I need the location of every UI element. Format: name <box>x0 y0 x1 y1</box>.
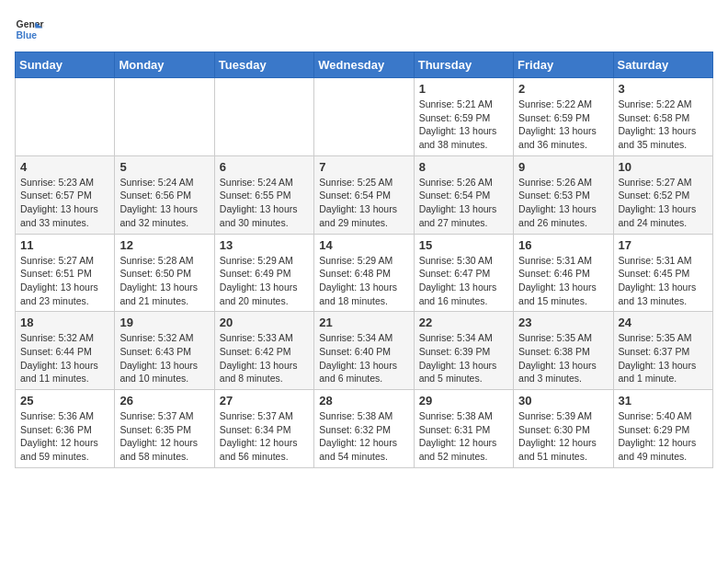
cell-content: Sunrise: 5:27 AM Sunset: 6:51 PM Dayligh… <box>20 254 109 308</box>
calendar-cell: 1Sunrise: 5:21 AM Sunset: 6:59 PM Daylig… <box>414 78 513 156</box>
calendar-cell: 3Sunrise: 5:22 AM Sunset: 6:58 PM Daylig… <box>613 78 712 156</box>
calendar-cell: 28Sunrise: 5:38 AM Sunset: 6:32 PM Dayli… <box>314 390 414 468</box>
cell-content: Sunrise: 5:24 AM Sunset: 6:56 PM Dayligh… <box>119 176 209 230</box>
cell-content: Sunrise: 5:33 AM Sunset: 6:42 PM Dayligh… <box>220 331 309 385</box>
cell-content: Sunrise: 5:36 AM Sunset: 6:36 PM Dayligh… <box>20 409 109 464</box>
svg-text:General: General <box>17 19 44 29</box>
day-number: 26 <box>119 394 209 408</box>
cell-content: Sunrise: 5:40 AM Sunset: 6:29 PM Dayligh… <box>619 409 708 464</box>
calendar-cell: 5Sunrise: 5:24 AM Sunset: 6:56 PM Daylig… <box>115 155 214 234</box>
calendar-cell: 12Sunrise: 5:28 AM Sunset: 6:50 PM Dayli… <box>115 234 214 312</box>
cell-content: Sunrise: 5:31 AM Sunset: 6:46 PM Dayligh… <box>518 254 608 308</box>
logo: General Blue <box>15 15 44 44</box>
calendar-cell: 21Sunrise: 5:34 AM Sunset: 6:40 PM Dayli… <box>314 312 414 390</box>
weekday-header-row: SundayMondayTuesdayWednesdayThursdayFrid… <box>16 52 713 78</box>
day-number: 15 <box>419 238 508 252</box>
calendar-cell: 27Sunrise: 5:37 AM Sunset: 6:34 PM Dayli… <box>214 390 313 468</box>
cell-content: Sunrise: 5:21 AM Sunset: 6:59 PM Dayligh… <box>419 98 508 152</box>
weekday-header-thursday: Thursday <box>414 52 513 78</box>
page-header: General Blue <box>15 15 713 44</box>
weekday-header-wednesday: Wednesday <box>314 52 414 78</box>
calendar-cell <box>115 78 214 156</box>
day-number: 7 <box>319 160 408 174</box>
week-row: 25Sunrise: 5:36 AM Sunset: 6:36 PM Dayli… <box>16 390 713 468</box>
day-number: 1 <box>419 82 508 96</box>
cell-content: Sunrise: 5:32 AM Sunset: 6:44 PM Dayligh… <box>20 331 109 385</box>
cell-content: Sunrise: 5:32 AM Sunset: 6:43 PM Dayligh… <box>119 331 209 385</box>
day-number: 25 <box>20 394 109 408</box>
day-number: 27 <box>220 394 309 408</box>
day-number: 3 <box>619 82 708 96</box>
cell-content: Sunrise: 5:38 AM Sunset: 6:32 PM Dayligh… <box>319 409 408 464</box>
calendar-cell: 9Sunrise: 5:26 AM Sunset: 6:53 PM Daylig… <box>514 155 613 234</box>
weekday-header-tuesday: Tuesday <box>214 52 313 78</box>
calendar-cell: 24Sunrise: 5:35 AM Sunset: 6:37 PM Dayli… <box>613 312 712 390</box>
calendar-cell: 26Sunrise: 5:37 AM Sunset: 6:35 PM Dayli… <box>115 390 214 468</box>
calendar-cell: 8Sunrise: 5:26 AM Sunset: 6:54 PM Daylig… <box>414 155 513 234</box>
calendar-cell: 4Sunrise: 5:23 AM Sunset: 6:57 PM Daylig… <box>16 155 115 234</box>
calendar-cell: 11Sunrise: 5:27 AM Sunset: 6:51 PM Dayli… <box>16 234 115 312</box>
cell-content: Sunrise: 5:34 AM Sunset: 6:39 PM Dayligh… <box>419 331 508 385</box>
calendar-cell: 22Sunrise: 5:34 AM Sunset: 6:39 PM Dayli… <box>414 312 513 390</box>
day-number: 31 <box>619 394 708 408</box>
cell-content: Sunrise: 5:22 AM Sunset: 6:58 PM Dayligh… <box>619 98 708 152</box>
calendar-cell: 17Sunrise: 5:31 AM Sunset: 6:45 PM Dayli… <box>613 234 712 312</box>
day-number: 12 <box>119 238 209 252</box>
cell-content: Sunrise: 5:35 AM Sunset: 6:38 PM Dayligh… <box>518 331 608 385</box>
logo-icon: General Blue <box>15 15 44 44</box>
calendar-cell: 13Sunrise: 5:29 AM Sunset: 6:49 PM Dayli… <box>214 234 313 312</box>
day-number: 13 <box>220 238 309 252</box>
calendar-cell: 20Sunrise: 5:33 AM Sunset: 6:42 PM Dayli… <box>214 312 313 390</box>
calendar-cell: 7Sunrise: 5:25 AM Sunset: 6:54 PM Daylig… <box>314 155 414 234</box>
day-number: 8 <box>419 160 508 174</box>
cell-content: Sunrise: 5:28 AM Sunset: 6:50 PM Dayligh… <box>119 254 209 308</box>
day-number: 5 <box>119 160 209 174</box>
week-row: 18Sunrise: 5:32 AM Sunset: 6:44 PM Dayli… <box>16 312 713 390</box>
day-number: 2 <box>518 82 608 96</box>
calendar-cell: 2Sunrise: 5:22 AM Sunset: 6:59 PM Daylig… <box>514 78 613 156</box>
cell-content: Sunrise: 5:30 AM Sunset: 6:47 PM Dayligh… <box>419 254 508 308</box>
cell-content: Sunrise: 5:29 AM Sunset: 6:48 PM Dayligh… <box>319 254 408 308</box>
calendar-cell: 10Sunrise: 5:27 AM Sunset: 6:52 PM Dayli… <box>613 155 712 234</box>
calendar-cell: 18Sunrise: 5:32 AM Sunset: 6:44 PM Dayli… <box>16 312 115 390</box>
day-number: 28 <box>319 394 408 408</box>
day-number: 23 <box>518 316 608 329</box>
calendar-cell: 15Sunrise: 5:30 AM Sunset: 6:47 PM Dayli… <box>414 234 513 312</box>
cell-content: Sunrise: 5:35 AM Sunset: 6:37 PM Dayligh… <box>619 331 708 385</box>
cell-content: Sunrise: 5:37 AM Sunset: 6:35 PM Dayligh… <box>119 409 209 464</box>
cell-content: Sunrise: 5:27 AM Sunset: 6:52 PM Dayligh… <box>619 176 708 230</box>
calendar-cell: 14Sunrise: 5:29 AM Sunset: 6:48 PM Dayli… <box>314 234 414 312</box>
day-number: 19 <box>119 316 209 329</box>
day-number: 29 <box>419 394 508 408</box>
weekday-header-monday: Monday <box>115 52 214 78</box>
day-number: 14 <box>319 238 408 252</box>
day-number: 24 <box>619 316 708 329</box>
day-number: 30 <box>518 394 608 408</box>
cell-content: Sunrise: 5:37 AM Sunset: 6:34 PM Dayligh… <box>220 409 309 464</box>
cell-content: Sunrise: 5:25 AM Sunset: 6:54 PM Dayligh… <box>319 176 408 230</box>
weekday-header-sunday: Sunday <box>16 52 115 78</box>
calendar-cell: 19Sunrise: 5:32 AM Sunset: 6:43 PM Dayli… <box>115 312 214 390</box>
day-number: 22 <box>419 316 508 329</box>
cell-content: Sunrise: 5:24 AM Sunset: 6:55 PM Dayligh… <box>220 176 309 230</box>
day-number: 18 <box>20 316 109 329</box>
day-number: 21 <box>319 316 408 329</box>
cell-content: Sunrise: 5:31 AM Sunset: 6:45 PM Dayligh… <box>619 254 708 308</box>
week-row: 11Sunrise: 5:27 AM Sunset: 6:51 PM Dayli… <box>16 234 713 312</box>
cell-content: Sunrise: 5:38 AM Sunset: 6:31 PM Dayligh… <box>419 409 508 464</box>
svg-text:Blue: Blue <box>17 30 38 40</box>
day-number: 11 <box>20 238 109 252</box>
day-number: 6 <box>220 160 309 174</box>
week-row: 1Sunrise: 5:21 AM Sunset: 6:59 PM Daylig… <box>16 78 713 156</box>
calendar-cell: 25Sunrise: 5:36 AM Sunset: 6:36 PM Dayli… <box>16 390 115 468</box>
cell-content: Sunrise: 5:34 AM Sunset: 6:40 PM Dayligh… <box>319 331 408 385</box>
calendar-cell: 6Sunrise: 5:24 AM Sunset: 6:55 PM Daylig… <box>214 155 313 234</box>
calendar-cell: 23Sunrise: 5:35 AM Sunset: 6:38 PM Dayli… <box>514 312 613 390</box>
cell-content: Sunrise: 5:29 AM Sunset: 6:49 PM Dayligh… <box>220 254 309 308</box>
day-number: 4 <box>20 160 109 174</box>
cell-content: Sunrise: 5:23 AM Sunset: 6:57 PM Dayligh… <box>20 176 109 230</box>
weekday-header-saturday: Saturday <box>613 52 712 78</box>
cell-content: Sunrise: 5:22 AM Sunset: 6:59 PM Dayligh… <box>518 98 608 152</box>
calendar-cell: 29Sunrise: 5:38 AM Sunset: 6:31 PM Dayli… <box>414 390 513 468</box>
day-number: 20 <box>220 316 309 329</box>
